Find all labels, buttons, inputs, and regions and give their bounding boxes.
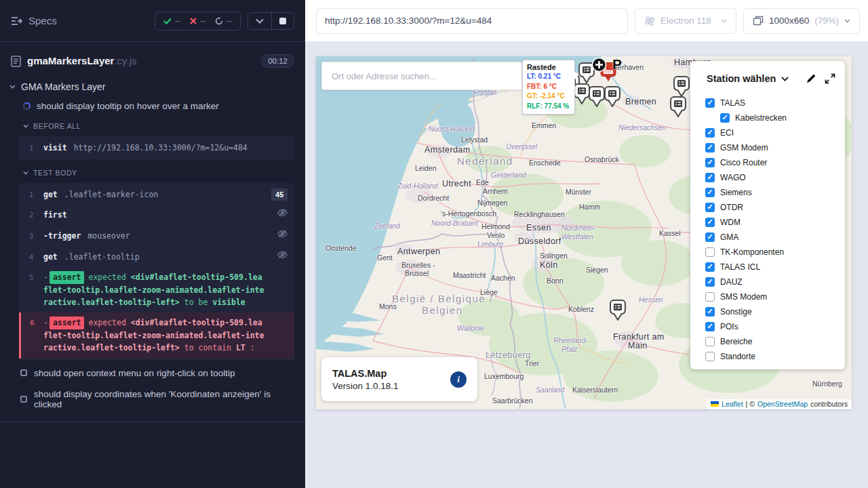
leaflet-map[interactable]: BremerhavenHamburgBremenNiedersachsenFry… bbox=[316, 56, 852, 409]
layer-checkbox-row[interactable]: ✓DAUZ bbox=[705, 277, 845, 287]
checkbox-checked-icon[interactable]: ✓ bbox=[705, 277, 715, 287]
collapse-all-button[interactable] bbox=[248, 13, 271, 29]
checkbox-checked-icon[interactable]: ✓ bbox=[705, 188, 715, 197]
command-row[interactable]: 5-assertexpected <div#leaflet-tooltip-50… bbox=[19, 267, 294, 312]
checkbox-checked-icon[interactable]: ✓ bbox=[705, 173, 715, 182]
before-all-section[interactable]: BEFORE ALL bbox=[0, 116, 305, 135]
layer-checkbox-row[interactable]: ✓OTDR bbox=[705, 202, 845, 213]
cluster-add-marker[interactable] bbox=[591, 57, 607, 75]
checkbox-checked-icon[interactable]: ✓ bbox=[705, 143, 715, 152]
checkbox-checked-icon[interactable]: ✓ bbox=[705, 262, 715, 272]
tooltip-measurement: LT: 0.21 °C bbox=[527, 72, 570, 82]
tooltip-measurements: LT: 0.21 °CFBT: 6 °CGT: -2.14 °CRLF: 77.… bbox=[527, 72, 570, 111]
stat-passed: -- bbox=[163, 16, 180, 26]
viewport-selector[interactable]: 1000x660 (79%) bbox=[743, 8, 860, 34]
layer-label: Cisco Router bbox=[720, 158, 767, 167]
station-marker-pin[interactable] bbox=[609, 299, 627, 323]
layer-checkbox-row[interactable]: ✓Kabelstrecken bbox=[720, 113, 845, 123]
command-method: visit bbox=[43, 143, 67, 152]
map-search-control[interactable] bbox=[321, 62, 522, 90]
leaflet-link[interactable]: Leaflet bbox=[722, 400, 743, 408]
layer-label: TALAS ICL bbox=[720, 262, 760, 272]
layer-checkbox-row[interactable]: ✓Siemens bbox=[705, 187, 845, 198]
info-icon[interactable]: i bbox=[450, 371, 467, 388]
spec-file-row[interactable]: gmaMarkersLayer.cy.js 00:12 bbox=[0, 42, 305, 77]
command-row[interactable]: 4get.leaflet-tooltip bbox=[19, 247, 294, 268]
run-controls bbox=[248, 12, 294, 30]
layer-checkbox-row[interactable]: ✓TALAS bbox=[705, 98, 845, 108]
layer-checkbox-row[interactable]: TK-Komponenten bbox=[705, 247, 845, 258]
command-row[interactable]: 6-assertexpected <div#leaflet-tooltip-50… bbox=[19, 312, 294, 358]
checkbox-checked-icon[interactable]: ✓ bbox=[705, 158, 715, 167]
checkbox-checked-icon[interactable]: ✓ bbox=[705, 322, 715, 331]
command-row[interactable]: 3-triggermouseover bbox=[19, 226, 294, 247]
expand-fullscreen-icon[interactable] bbox=[825, 73, 835, 84]
checkbox-unchecked-icon[interactable] bbox=[705, 247, 715, 257]
layer-checkbox-row[interactable]: ✓ECI bbox=[705, 127, 845, 138]
chevron-down-icon[interactable] bbox=[781, 77, 789, 81]
test-body-command-log: 1get.leaflet-marker-icon452first3-trigge… bbox=[19, 183, 294, 360]
search-input[interactable] bbox=[322, 71, 521, 81]
checkbox-checked-icon[interactable]: ✓ bbox=[705, 98, 715, 108]
assert-text: visible bbox=[212, 298, 245, 307]
url-input[interactable] bbox=[316, 8, 628, 34]
ukraine-flag-icon bbox=[711, 401, 719, 407]
checkbox-unchecked-icon[interactable] bbox=[705, 337, 715, 346]
layer-checkbox-row[interactable]: ✓Cisco Router bbox=[705, 157, 845, 168]
station-marker-pin[interactable] bbox=[604, 85, 621, 110]
command-row[interactable]: 1get.leaflet-marker-icon45 bbox=[19, 184, 294, 205]
layer-checkbox-row[interactable]: SMS Modem bbox=[705, 291, 845, 302]
layer-checkbox-row[interactable]: ✓GMA bbox=[705, 232, 845, 243]
test-body-section[interactable]: TEST BODY bbox=[0, 163, 305, 182]
layer-checkbox-row[interactable]: ✓GSM Modem bbox=[705, 142, 845, 153]
layer-checkbox-row[interactable]: ✓TALAS ICL bbox=[705, 262, 845, 272]
checkbox-checked-icon[interactable]: ✓ bbox=[705, 128, 715, 138]
assert-text: : bbox=[245, 343, 255, 352]
suite-row[interactable]: GMA Markers Layer bbox=[0, 77, 305, 98]
stop-run-button[interactable] bbox=[271, 13, 294, 29]
layer-checkbox-row[interactable]: ✓Sonstige bbox=[705, 306, 845, 317]
checkbox-checked-icon[interactable]: ✓ bbox=[705, 218, 715, 227]
layer-checkbox-row[interactable]: Standorte bbox=[705, 351, 845, 362]
command-row[interactable]: 2first bbox=[19, 205, 294, 226]
edit-pencil-icon[interactable] bbox=[806, 73, 816, 84]
layer-label: TK-Komponenten bbox=[720, 247, 784, 257]
checkbox-unchecked-icon[interactable] bbox=[705, 292, 715, 302]
osm-link[interactable]: OpenStreetMap bbox=[757, 400, 808, 408]
layer-checkbox-row[interactable]: Bereiche bbox=[705, 336, 845, 347]
pending-test-row[interactable]: should display coordinates when 'Koordin… bbox=[0, 384, 305, 415]
chevron-down-icon bbox=[9, 85, 16, 89]
refresh-icon bbox=[215, 17, 223, 25]
checkbox-unchecked-icon[interactable] bbox=[705, 352, 715, 361]
layer-label: TALAS bbox=[720, 98, 745, 108]
station-panel: Station wählen ✓TALAS✓Kabelstrecken✓ECI✓… bbox=[690, 61, 845, 369]
active-test-row[interactable]: should display tooltip on hover over a m… bbox=[0, 98, 305, 116]
cypress-reporter: Specs -- -- -- bbox=[0, 0, 305, 488]
checkbox-checked-icon[interactable]: ✓ bbox=[705, 307, 715, 317]
chevron-down-icon bbox=[23, 171, 28, 175]
checkbox-checked-icon[interactable]: ✓ bbox=[705, 232, 715, 242]
station-select-label[interactable]: Station wählen bbox=[707, 73, 776, 84]
map-attribution: Leaflet | © OpenStreetMap contributors bbox=[707, 399, 852, 409]
station-marker-pin[interactable] bbox=[669, 96, 687, 120]
hidden-eye-icon bbox=[277, 230, 288, 238]
specs-list-icon bbox=[11, 16, 22, 26]
command-content: first bbox=[43, 209, 264, 221]
checkbox-checked-icon[interactable]: ✓ bbox=[705, 203, 715, 212]
test-stats: -- -- -- bbox=[155, 12, 241, 30]
browser-selector[interactable]: Electron 118 bbox=[635, 8, 736, 34]
pending-test-title: should display coordinates when 'Koordin… bbox=[34, 389, 294, 409]
layer-label: OTDR bbox=[720, 203, 743, 212]
layer-checkbox-row[interactable]: ✓POIs bbox=[705, 321, 845, 332]
layer-checkbox-row[interactable]: ✓WDM bbox=[705, 217, 845, 228]
test-title: should display tooltip on hover over a m… bbox=[37, 101, 219, 111]
checkbox-checked-icon[interactable]: ✓ bbox=[720, 113, 730, 123]
command-row[interactable]: 1visithttp://192.168.10.33:3000/?m=12&u=… bbox=[19, 138, 294, 159]
pending-test-row[interactable]: should open context menu on right-click … bbox=[0, 363, 305, 384]
layer-label: Siemens bbox=[720, 188, 752, 197]
specs-menu-button[interactable]: Specs bbox=[11, 15, 57, 26]
hidden-eye-icon bbox=[277, 251, 288, 259]
parking-marker[interactable]: P bbox=[612, 56, 622, 73]
layer-checkbox-row[interactable]: ✓WAGO bbox=[705, 172, 845, 183]
specs-title: Specs bbox=[28, 15, 57, 26]
